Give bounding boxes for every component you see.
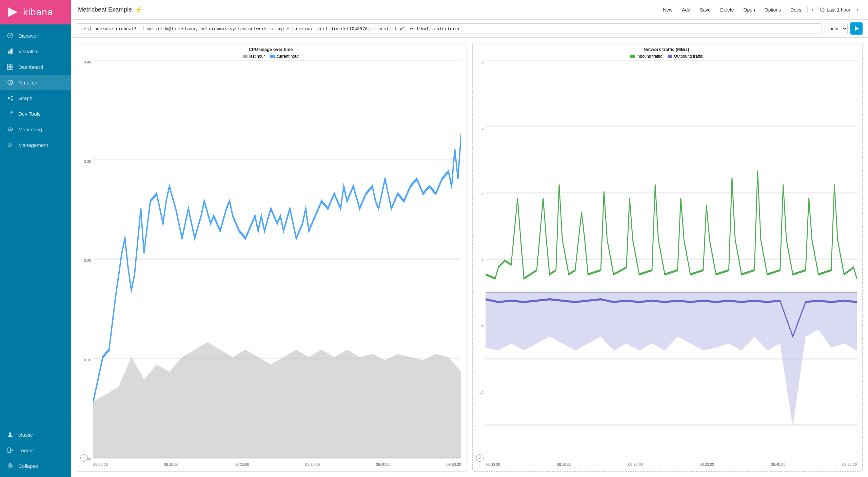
- svg-point-22: [9, 433, 12, 435]
- run-button[interactable]: [850, 22, 863, 35]
- legend-current-hour-color: [270, 55, 275, 58]
- save-button[interactable]: Save: [695, 4, 715, 15]
- topbar: Metricbeat Example ⚡ New Add Save Delete…: [71, 0, 868, 20]
- user-icon: [7, 431, 14, 438]
- cpu-chart: CPU usage over time last hour current ho…: [77, 43, 467, 472]
- legend-last-hour: last hour: [243, 54, 265, 59]
- svg-rect-7: [11, 64, 13, 66]
- sidebar-item-devtools-label: Dev Tools: [18, 111, 41, 117]
- cpu-x-axis: 08:00:00 08:10:00 08:20:00 08:30:00 08:4…: [93, 461, 461, 468]
- grid-icon: [7, 63, 14, 70]
- net-x-0800: 08:00:00: [486, 462, 500, 466]
- net-x-0820: 08:20:00: [628, 462, 643, 466]
- y-label-010: 0.10: [80, 358, 91, 362]
- network-inbound-line: [486, 171, 857, 279]
- svg-line-16: [9, 97, 11, 98]
- bar-chart-icon: [7, 48, 14, 55]
- sidebar-logo[interactable]: kibana: [0, 0, 71, 24]
- sidebar-nav: Discover Visualize Dashboar: [0, 24, 71, 423]
- legend-inbound-label: Inbound traffic: [636, 54, 662, 59]
- cpu-chart-badge: 1: [80, 454, 88, 462]
- options-button[interactable]: Options: [760, 4, 786, 15]
- sidebar-collapse-label: Collapse: [18, 463, 38, 469]
- sidebar-user-label: elastic: [18, 432, 33, 438]
- sidebar-item-discover[interactable]: Discover: [0, 28, 71, 43]
- x-label-0800: 08:00:00: [93, 462, 108, 466]
- sidebar-item-graph-label: Graph: [18, 95, 33, 101]
- sidebar-bottom: elastic Logout Collapse: [0, 423, 71, 477]
- delete-button[interactable]: Delete: [715, 4, 738, 15]
- query-input[interactable]: [77, 23, 822, 34]
- svg-point-21: [9, 144, 11, 146]
- cpu-last-hour-area: [93, 342, 461, 458]
- add-button[interactable]: Add: [677, 4, 695, 15]
- svg-marker-0: [8, 7, 18, 17]
- x-label-0810: 08:10:00: [164, 462, 178, 466]
- legend-outbound: Outbound traffic: [668, 54, 703, 59]
- cpu-chart-title: CPU usage over time: [80, 47, 461, 52]
- legend-inbound: Inbound traffic: [630, 54, 662, 59]
- open-button[interactable]: Open: [739, 4, 760, 15]
- svg-rect-23: [8, 448, 11, 453]
- cpu-chart-area: 08:00:00 08:10:00 08:20:00 08:30:00 08:4…: [93, 60, 461, 468]
- sidebar-item-logout[interactable]: Logout: [0, 442, 71, 458]
- wrench-icon: [7, 110, 14, 117]
- sidebar-item-monitoring-label: Monitoring: [18, 127, 42, 132]
- sidebar-item-management-label: Management: [18, 142, 48, 148]
- sidebar: kibana Discover Visualize: [0, 0, 71, 477]
- cpu-chart-svg: [93, 60, 461, 461]
- sidebar-item-dashboard[interactable]: Dashboard: [0, 59, 71, 75]
- bolt-icon: ⚡: [135, 6, 142, 14]
- sidebar-item-timelion[interactable]: Timelion: [0, 75, 71, 90]
- svg-line-28: [822, 10, 823, 11]
- sidebar-item-devtools[interactable]: Dev Tools: [0, 106, 71, 121]
- network-chart: Network traffic (MB/s) Inbound traffic O…: [472, 43, 863, 472]
- legend-last-hour-color: [243, 55, 248, 58]
- svg-point-20: [9, 129, 11, 130]
- svg-rect-3: [8, 51, 9, 54]
- sidebar-item-collapse[interactable]: Collapse: [0, 458, 71, 474]
- sidebar-item-dashboard-label: Dashboard: [18, 64, 43, 70]
- topbar-separator: [807, 6, 808, 13]
- page-title: Metricbeat Example ⚡: [78, 6, 142, 14]
- net-x-0840: 08:40:00: [771, 462, 786, 466]
- svg-point-13: [8, 97, 9, 99]
- svg-point-2: [9, 35, 11, 36]
- legend-last-hour-label: last hour: [249, 54, 265, 59]
- kibana-logo-icon: [7, 6, 19, 18]
- compass-icon: [7, 32, 14, 39]
- net-y-8: 8: [476, 60, 484, 64]
- sidebar-item-management[interactable]: Management: [0, 137, 71, 153]
- cpu-y-axis: 0.40 0.30 0.20 0.10 0.00: [80, 60, 93, 468]
- x-label-0840: 08:40:00: [376, 462, 391, 466]
- next-time-button[interactable]: ›: [854, 5, 861, 15]
- y-label-030: 0.30: [80, 159, 91, 164]
- network-chart-area: 08:00:00 08:10:00 08:20:00 08:30:00 08:4…: [486, 60, 857, 468]
- network-y-axis: 8 6 4 2 0 -2 -4: [476, 60, 486, 468]
- sidebar-item-graph[interactable]: Graph: [0, 90, 71, 106]
- sidebar-item-visualize[interactable]: Visualize: [0, 43, 71, 59]
- sidebar-item-user[interactable]: elastic: [0, 427, 71, 442]
- prev-time-button[interactable]: ‹: [809, 5, 816, 15]
- x-label-0850: 08:50:00: [447, 462, 461, 466]
- network-chart-svg: [486, 60, 857, 461]
- run-icon: [855, 26, 859, 31]
- y-label-040: 0.40: [80, 60, 91, 64]
- topbar-actions: New Add Save Delete Open Options Docs ‹ …: [658, 4, 861, 15]
- svg-rect-4: [9, 50, 11, 54]
- net-x-0850: 08:50:00: [842, 462, 857, 466]
- legend-outbound-color: [668, 55, 672, 58]
- net-y-0: 0: [476, 325, 484, 329]
- sidebar-item-timelion-label: Timelion: [18, 80, 37, 85]
- network-x-axis: 08:00:00 08:10:00 08:20:00 08:30:00 08:4…: [486, 461, 857, 468]
- x-label-0820: 08:20:00: [235, 462, 249, 466]
- querybar: auto: [71, 20, 868, 38]
- new-button[interactable]: New: [658, 4, 677, 15]
- docs-button[interactable]: Docs: [786, 4, 806, 15]
- svg-rect-5: [11, 49, 13, 54]
- auto-interval-select[interactable]: auto: [825, 23, 848, 34]
- legend-current-hour: current hour: [270, 54, 299, 59]
- sidebar-item-monitoring[interactable]: Monitoring: [0, 121, 71, 137]
- svg-point-14: [11, 96, 13, 97]
- svg-rect-8: [7, 67, 10, 70]
